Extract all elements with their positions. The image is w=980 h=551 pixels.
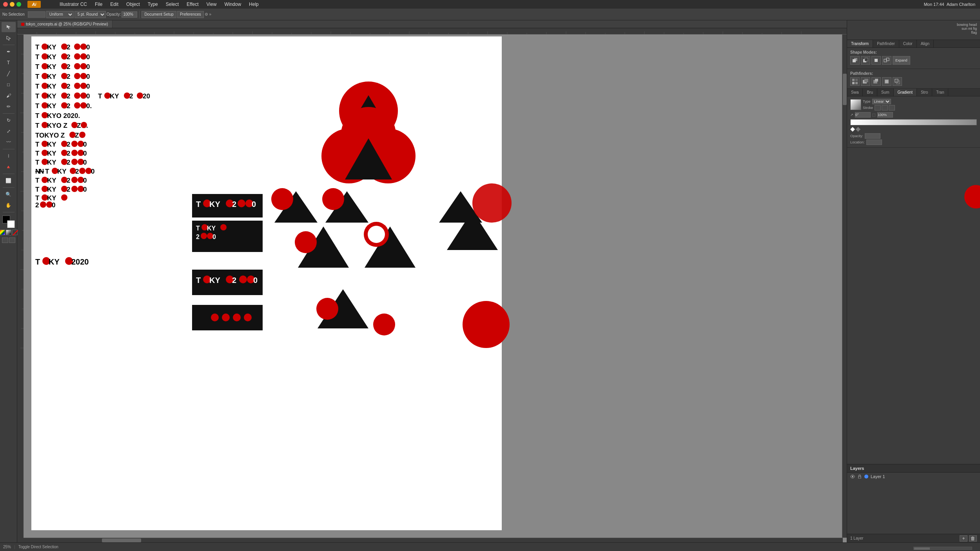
normal-mode[interactable] — [2, 237, 8, 243]
minimize-button[interactable] — [10, 2, 15, 7]
layer-color-indicator — [864, 475, 868, 478]
color-mode-none[interactable] — [12, 230, 18, 235]
horizontal-scrollbar[interactable] — [24, 538, 843, 542]
aspect-input[interactable] — [877, 112, 893, 118]
tab-stro[interactable]: Stro — [917, 89, 932, 96]
crop-button[interactable] — [882, 77, 891, 86]
v-scroll-thumb[interactable] — [843, 74, 847, 105]
rect-tool[interactable]: □ — [2, 80, 16, 90]
hand-tool[interactable]: ✋ — [2, 200, 16, 210]
stroke-mode-buttons — [875, 105, 895, 111]
trim-button[interactable] — [861, 77, 870, 86]
minus-front-button[interactable] — [861, 56, 870, 65]
opacity-value-input[interactable] — [865, 133, 880, 139]
color-swatch-area — [2, 216, 15, 228]
menu-object[interactable]: Object — [122, 0, 144, 9]
tab-bru[interactable]: Bru — [863, 89, 877, 96]
warp-tool[interactable]: 〰 — [2, 137, 16, 147]
scroll-indicator[interactable] — [913, 547, 972, 550]
svg-text:20: 20 — [143, 92, 150, 100]
pen-tool[interactable]: ✒ — [2, 47, 16, 57]
divide-button[interactable] — [850, 77, 860, 86]
opacity-input[interactable] — [122, 11, 137, 18]
close-button[interactable] — [3, 2, 8, 7]
artboard-tool[interactable]: ⬜ — [2, 176, 16, 186]
blend-tool[interactable]: ⁞ — [2, 151, 16, 161]
x-input[interactable] — [28, 11, 45, 18]
file-tab-active[interactable]: tokyo_concepts.ai @ 25% (RGB/GPU Preview… — [17, 20, 113, 28]
svg-text:T: T — [35, 257, 40, 266]
svg-text:2: 2 — [67, 73, 70, 80]
stroke-mode-3[interactable] — [889, 105, 895, 111]
svg-text:TOKYO Z: TOKYO Z — [35, 132, 65, 139]
menu-file[interactable]: File — [91, 0, 106, 9]
scroll-thumb[interactable] — [914, 547, 930, 550]
direct-selection-tool[interactable] — [2, 33, 16, 43]
gradient-preview-swatch[interactable] — [850, 99, 861, 110]
add-layer-button[interactable]: + — [960, 535, 967, 542]
color-mode-color[interactable] — [0, 230, 5, 235]
tab-pathfinder[interactable]: Pathfinder — [873, 40, 899, 47]
maximize-button[interactable] — [16, 2, 21, 7]
layer-eye-icon[interactable] — [850, 474, 855, 479]
vertical-scrollbar[interactable] — [842, 34, 847, 538]
width-select[interactable]: 5 pt. Round — [74, 11, 106, 18]
style-select[interactable]: Uniform — [46, 11, 74, 18]
menu-illustrator[interactable]: Illustrator CC — [56, 0, 91, 9]
angle-input[interactable] — [855, 112, 871, 118]
type-tool[interactable]: T — [2, 58, 16, 68]
color-stop-gray[interactable] — [856, 127, 860, 132]
extras-icon[interactable]: ⚙ » — [205, 12, 211, 16]
expand-button[interactable]: Expand — [893, 56, 910, 65]
stroke-mode-2[interactable] — [882, 105, 888, 111]
eyedropper-tool[interactable]: 🔺 — [2, 162, 16, 172]
gradient-bar[interactable] — [850, 119, 977, 125]
merge-button[interactable] — [871, 77, 881, 86]
stroke-mode-1[interactable] — [875, 105, 881, 111]
menu-edit[interactable]: Edit — [106, 0, 122, 9]
svg-point-105 — [74, 92, 80, 99]
line-tool[interactable]: ╱ — [2, 69, 16, 79]
menu-help[interactable]: Help — [245, 0, 263, 9]
svg-point-136 — [79, 132, 85, 138]
tab-tran[interactable]: Tran — [932, 89, 948, 96]
svg-text:2: 2 — [67, 177, 70, 184]
scale-tool[interactable]: ⤢ — [2, 126, 16, 136]
menu-window[interactable]: Window — [220, 0, 245, 9]
preview-mode[interactable] — [9, 237, 15, 243]
rotate-tool[interactable]: ↻ — [2, 115, 16, 125]
document-setup-button[interactable]: Document Setup — [142, 11, 176, 18]
color-stop-white[interactable] — [850, 127, 855, 132]
tab-transform[interactable]: Transform — [847, 40, 873, 47]
location-value-input[interactable] — [866, 140, 882, 145]
tab-swa[interactable]: Swa — [847, 89, 863, 96]
user-name: Adam Charlton — [947, 2, 975, 7]
menu-type[interactable]: Type — [144, 0, 162, 9]
outline-button[interactable] — [893, 77, 902, 86]
preferences-button[interactable]: Preferences — [177, 11, 204, 18]
layer-1-item[interactable]: Layer 1 — [847, 473, 980, 480]
selection-tool[interactable] — [2, 22, 16, 32]
menu-view[interactable]: View — [203, 0, 221, 9]
zoom-tool[interactable]: 🔍 — [2, 189, 16, 199]
exclude-button[interactable] — [882, 56, 891, 65]
tab-align[interactable]: Align — [917, 40, 934, 47]
svg-rect-237 — [852, 82, 855, 84]
tab-gradient[interactable]: Gradient — [894, 89, 917, 96]
color-mode-gradient[interactable] — [6, 230, 11, 235]
delete-layer-button[interactable]: 🗑 — [969, 535, 977, 542]
unite-button[interactable] — [850, 56, 860, 65]
type-select[interactable]: Linear — [872, 99, 891, 104]
canvas-area[interactable]: T KY 2 0 T KY 2 0 — [17, 28, 847, 542]
tab-sum[interactable]: Sum — [877, 89, 894, 96]
layer-lock-icon[interactable] — [857, 474, 862, 479]
paintbrush-tool[interactable]: 🖌 — [2, 91, 16, 101]
h-scroll-thumb[interactable] — [102, 538, 141, 542]
tab-color[interactable]: Color — [899, 40, 917, 47]
stroke-swatch[interactable] — [7, 220, 15, 228]
menu-select[interactable]: Select — [162, 0, 183, 9]
menu-effect[interactable]: Effect — [183, 0, 202, 9]
pencil-tool[interactable]: ✏ — [2, 102, 16, 112]
intersect-button[interactable] — [871, 56, 881, 65]
canvas-viewport[interactable]: T KY 2 0 T KY 2 0 — [24, 34, 847, 542]
